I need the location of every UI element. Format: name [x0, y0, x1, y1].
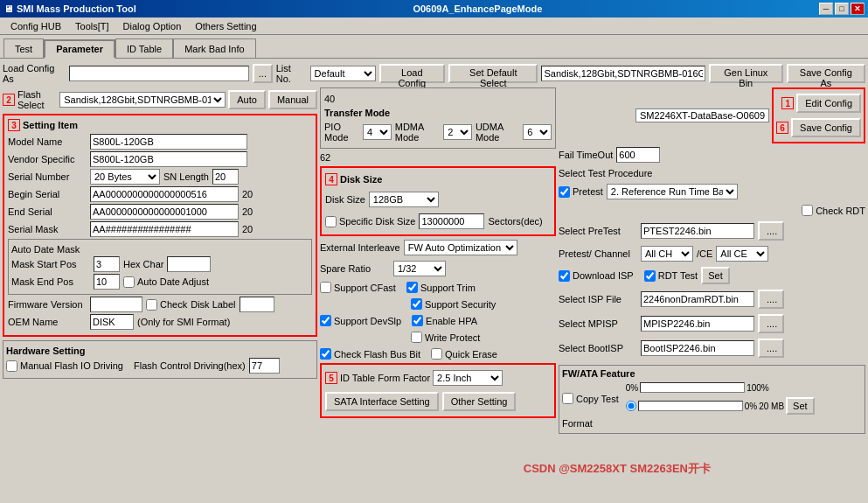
rdt-test-label: RDT Test	[644, 270, 698, 282]
menu-dialog-option[interactable]: Dialog Option	[116, 19, 189, 33]
other-setting-button[interactable]: Other Setting	[442, 392, 517, 411]
close-button[interactable]: ✕	[851, 3, 865, 15]
channel-select[interactable]: All CH	[641, 246, 693, 262]
browse-bootisp-button[interactable]: ....	[758, 339, 784, 358]
oem-name-input[interactable]	[90, 314, 134, 330]
menu-config-hub[interactable]: Config HUB	[3, 19, 68, 33]
support-trim-checkbox[interactable]	[406, 282, 418, 293]
rdt-test-checkbox[interactable]	[644, 270, 656, 282]
format-label: Format	[562, 418, 593, 429]
setting-item-title: Setting Item	[23, 120, 78, 130]
mask-end-pos-input[interactable]	[94, 274, 120, 290]
check-flash-bus-bit-checkbox[interactable]	[320, 348, 331, 360]
load-config-input[interactable]	[69, 66, 249, 81]
auto-button[interactable]: Auto	[228, 90, 266, 109]
menu-others-setting[interactable]: Others Setting	[188, 19, 263, 33]
browse-config-button[interactable]: ...	[253, 64, 273, 83]
check-checkbox[interactable]	[146, 299, 157, 311]
pretest-label: Pretest	[559, 186, 603, 198]
write-protect-checkbox[interactable]	[411, 332, 422, 343]
disk-size-label: Disk Size	[325, 194, 365, 205]
ce-select[interactable]: All CE	[716, 246, 768, 262]
flash-select-dropdown[interactable]: Sandisk,128Gbit,SDTNRGBMB-016G	[59, 92, 226, 108]
progress-bar-bottom	[638, 401, 743, 411]
set-button[interactable]: Set	[701, 267, 730, 284]
list-no-label: List No.	[276, 63, 307, 84]
select-mpisp-input[interactable]	[641, 316, 754, 332]
manual-button[interactable]: Manual	[268, 90, 317, 109]
specific-disk-size-label: Specific Disk Size	[325, 216, 415, 227]
num-40: 40	[324, 94, 335, 104]
mdma-mode-select[interactable]: 2	[443, 124, 472, 140]
flash-ctrl-label: Flash Control Driving(hex)	[134, 360, 246, 371]
serial-mask-input[interactable]	[90, 221, 239, 237]
serial-number-select[interactable]: 20 Bytes	[90, 169, 160, 185]
disk-label-input[interactable]	[240, 297, 274, 312]
edit-config-button[interactable]: Edit Config	[796, 94, 861, 113]
gen-linux-button[interactable]: Gen Linux Bin	[709, 64, 783, 83]
pio-mode-select[interactable]: 4	[363, 124, 392, 140]
fail-timeout-input[interactable]	[616, 147, 660, 163]
select-isp-input[interactable]	[641, 291, 754, 307]
sn-length-input[interactable]	[212, 169, 239, 185]
model-name-input[interactable]	[90, 134, 247, 150]
hex-char-input[interactable]	[167, 256, 211, 272]
begin-serial-num: 20	[242, 189, 253, 199]
quick-erase-checkbox[interactable]	[431, 348, 442, 360]
save-config-button[interactable]: Save Config	[791, 118, 861, 137]
support-devslp-label: Support DevSlp	[320, 315, 401, 326]
select-bootisp-input[interactable]	[641, 340, 754, 356]
select-bootisp-label: Select BootISP	[559, 343, 637, 353]
vendor-specific-input[interactable]	[90, 151, 247, 167]
minimize-button[interactable]: ─	[819, 3, 833, 15]
menu-tools[interactable]: Tools[T]	[68, 19, 116, 33]
begin-serial-input[interactable]	[90, 186, 239, 202]
copy-test-checkbox[interactable]	[562, 393, 573, 404]
flash-ctrl-input[interactable]	[249, 358, 280, 374]
browse-mpisp-button[interactable]: ....	[758, 314, 784, 333]
download-isp-checkbox[interactable]	[559, 270, 570, 282]
mask-start-pos-label: Mask Start Pos	[11, 259, 90, 269]
support-security-checkbox[interactable]	[411, 298, 422, 310]
flash-info-input[interactable]	[541, 66, 705, 81]
check-flash-bus-bit-label: Check Flash Bus Bit	[320, 348, 420, 360]
specific-disk-size-checkbox[interactable]	[325, 216, 337, 227]
manual-flash-checkbox[interactable]	[6, 360, 17, 372]
tab-id-table[interactable]: ID Table	[115, 38, 173, 58]
select-pretest-input[interactable]	[641, 223, 754, 239]
firmware-version-input[interactable]	[90, 297, 142, 312]
tab-parameter[interactable]: Parameter	[44, 39, 115, 59]
save-config-as-button[interactable]: Save Config As	[787, 64, 865, 83]
auto-date-adjust-checkbox[interactable]	[123, 276, 135, 288]
disk-size-select[interactable]: 128GB	[369, 192, 439, 207]
pretest-select[interactable]: 2. Reference Run Time Bad	[607, 184, 738, 199]
browse-pretest-button[interactable]: ....	[758, 221, 784, 241]
udma-mode-select[interactable]: 6	[523, 124, 552, 140]
progress-radio[interactable]	[626, 401, 636, 411]
udma-mode-label: UDMA Mode	[476, 122, 519, 143]
specific-disk-size-input[interactable]	[419, 213, 484, 229]
tab-mark-bad-info[interactable]: Mark Bad Info	[173, 38, 255, 58]
set-button2[interactable]: Set	[786, 397, 815, 415]
tab-test[interactable]: Test	[3, 38, 44, 58]
check-rdt-checkbox[interactable]	[802, 205, 813, 216]
browse-isp-button[interactable]: ....	[758, 290, 784, 309]
enable-hpa-checkbox[interactable]	[412, 315, 423, 326]
form-factor-select[interactable]: 2.5 Inch	[433, 370, 503, 386]
end-serial-input[interactable]	[90, 204, 239, 220]
support-devslp-checkbox[interactable]	[320, 315, 331, 326]
list-no-select[interactable]: Default	[310, 66, 376, 81]
support-cfast-checkbox[interactable]	[320, 282, 331, 293]
spare-ratio-select[interactable]: 1/32	[393, 261, 446, 276]
mask-start-pos-input[interactable]	[94, 256, 120, 272]
fwata-label: FW/ATA Feature	[562, 368, 635, 379]
sata-interface-button[interactable]: SATA Interface Setting	[325, 392, 439, 411]
maximize-button[interactable]: □	[835, 3, 849, 15]
badge-3: 3	[8, 119, 20, 131]
load-config-button[interactable]: Load Config	[379, 64, 446, 83]
firmware-version-label: Firmware Version	[8, 299, 87, 310]
external-interleave-select[interactable]: FW Auto Optimization	[404, 240, 517, 255]
set-default-button[interactable]: Set Default Select	[448, 64, 538, 83]
fail-timeout-label: Fail TimeOut	[559, 150, 613, 160]
pretest-checkbox[interactable]	[559, 186, 570, 198]
